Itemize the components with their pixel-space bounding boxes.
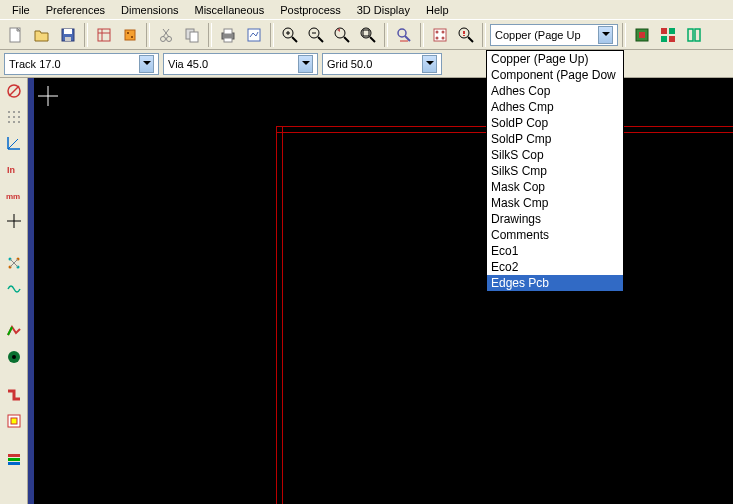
menu-bar: File Preferences Dimensions Miscellaneou… [0, 0, 733, 20]
separator [84, 23, 88, 47]
crosshair [38, 86, 58, 106]
menu-3d-display[interactable]: 3D Display [349, 2, 418, 18]
copy-icon[interactable] [180, 23, 204, 47]
sheet-icon[interactable] [92, 23, 116, 47]
layer-option[interactable]: Adhes Cop [487, 83, 623, 99]
svg-rect-45 [669, 36, 675, 42]
menu-dimensions[interactable]: Dimensions [113, 2, 186, 18]
layer-option[interactable]: Component (Page Dow [487, 67, 623, 83]
svg-rect-3 [65, 37, 71, 41]
netlist-icon[interactable] [428, 23, 452, 47]
chevron-down-icon[interactable] [139, 55, 154, 73]
open-icon[interactable] [30, 23, 54, 47]
ratsnest-icon[interactable] [3, 252, 25, 274]
pcb-canvas[interactable] [28, 78, 733, 504]
svg-point-60 [18, 121, 20, 123]
layers-icon[interactable] [3, 448, 25, 470]
auto-del-track-icon[interactable] [3, 278, 25, 300]
layer-option[interactable]: Mask Cop [487, 179, 623, 195]
svg-point-74 [12, 355, 16, 359]
svg-rect-49 [695, 29, 700, 41]
save-icon[interactable] [56, 23, 80, 47]
left-toolbar: In mm [0, 78, 28, 504]
svg-line-25 [318, 37, 323, 42]
layer-option[interactable]: Comments [487, 227, 623, 243]
layer-option[interactable]: SilkS Cop [487, 147, 623, 163]
pad-fill-icon[interactable] [3, 346, 25, 368]
zoom-redraw-icon[interactable] [330, 23, 354, 47]
svg-point-32 [398, 29, 406, 37]
drc-off-icon[interactable] [3, 80, 25, 102]
zoom-fit-icon[interactable] [356, 23, 380, 47]
drc-icon[interactable] [454, 23, 478, 47]
units-mm-icon[interactable]: mm [3, 184, 25, 206]
layer-option[interactable]: Adhes Cmp [487, 99, 623, 115]
svg-point-9 [131, 36, 133, 38]
layer-combo[interactable]: Copper (Page Up [490, 24, 618, 46]
layer-option[interactable]: SoldP Cop [487, 115, 623, 131]
zoom-out-icon[interactable] [304, 23, 328, 47]
plot-icon[interactable] [242, 23, 266, 47]
zoom-in-icon[interactable] [278, 23, 302, 47]
svg-line-28 [344, 37, 349, 42]
separator [270, 23, 274, 47]
menu-postprocess[interactable]: Postprocess [272, 2, 349, 18]
grid-combo[interactable]: Grid 50.0 [322, 53, 442, 75]
svg-line-21 [292, 37, 297, 42]
chevron-down-icon[interactable] [422, 55, 437, 73]
separator [622, 23, 626, 47]
menu-preferences[interactable]: Preferences [38, 2, 113, 18]
svg-point-55 [8, 116, 10, 118]
layer-option-selected[interactable]: Edges Pcb [487, 275, 623, 291]
layer-option[interactable]: Eco2 [487, 259, 623, 275]
svg-rect-15 [190, 32, 198, 42]
module-icon[interactable] [118, 23, 142, 47]
svg-rect-44 [661, 28, 667, 34]
separator [482, 23, 486, 47]
cursor-shape-icon[interactable] [3, 210, 25, 232]
polar-icon[interactable] [3, 132, 25, 154]
layer-combo-value: Copper (Page Up [495, 29, 581, 41]
layer-option[interactable]: Eco1 [487, 243, 623, 259]
find-icon[interactable] [392, 23, 416, 47]
print-icon[interactable] [216, 23, 240, 47]
menu-file[interactable]: File [4, 2, 38, 18]
track-fill-icon[interactable] [3, 384, 25, 406]
svg-rect-17 [224, 29, 232, 34]
track-combo[interactable]: Track 17.0 [4, 53, 159, 75]
svg-point-11 [167, 36, 172, 41]
board-edge-left [276, 126, 277, 504]
mode-track-icon[interactable] [656, 23, 680, 47]
separator [208, 23, 212, 47]
layer-option[interactable]: Drawings [487, 211, 623, 227]
svg-rect-18 [224, 38, 232, 42]
svg-rect-7 [125, 30, 135, 40]
new-icon[interactable] [4, 23, 28, 47]
show-zones-icon[interactable] [3, 320, 25, 342]
layer-option[interactable]: Mask Cmp [487, 195, 623, 211]
svg-rect-76 [11, 418, 17, 424]
layer-dropdown[interactable]: Copper (Page Up) Component (Page Dow Adh… [486, 50, 624, 292]
mode-footprint-icon[interactable] [630, 23, 654, 47]
cut-icon[interactable] [154, 23, 178, 47]
svg-point-8 [127, 32, 129, 34]
mode-zone-icon[interactable] [682, 23, 706, 47]
menu-help[interactable]: Help [418, 2, 457, 18]
svg-rect-78 [8, 458, 20, 461]
layer-option[interactable]: SoldP Cmp [487, 131, 623, 147]
via-combo[interactable]: Via 45.0 [163, 53, 318, 75]
svg-rect-19 [248, 29, 260, 41]
svg-point-10 [161, 36, 166, 41]
svg-rect-35 [434, 29, 446, 41]
separator [384, 23, 388, 47]
grid-icon[interactable] [3, 106, 25, 128]
chevron-down-icon[interactable] [298, 55, 313, 73]
layer-option[interactable]: SilkS Cmp [487, 163, 623, 179]
grid-combo-value: Grid 50.0 [327, 58, 372, 70]
svg-point-37 [442, 30, 445, 33]
contrast-icon[interactable] [3, 410, 25, 432]
menu-miscellaneous[interactable]: Miscellaneous [187, 2, 273, 18]
units-in-icon[interactable]: In [3, 158, 25, 180]
layer-option[interactable]: Copper (Page Up) [487, 51, 623, 67]
chevron-down-icon[interactable] [598, 26, 613, 44]
